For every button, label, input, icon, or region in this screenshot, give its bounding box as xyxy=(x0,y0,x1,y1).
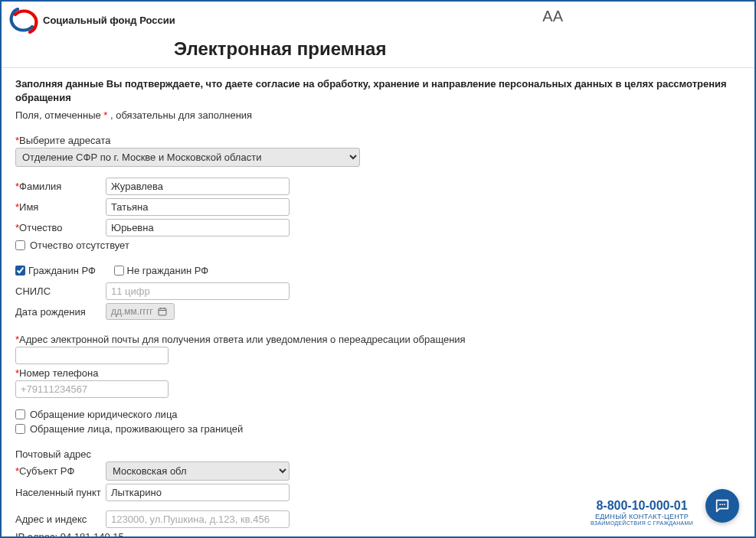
no-patronymic-label: Отчество отсутствует xyxy=(30,240,129,251)
logo: Социальный фонд России xyxy=(9,8,175,34)
contact-center: 8-800-10-000-01 ЕДИНЫЙ КОНТАКТ-ЦЕНТР ВЗА… xyxy=(591,499,693,526)
surname-input[interactable] xyxy=(106,178,290,195)
patronymic-label: *Отчество xyxy=(15,222,100,233)
form: Заполняя данные Вы подтверждаете, что да… xyxy=(2,77,754,538)
chat-icon xyxy=(714,497,731,514)
subject-label-text: Субъект РФ xyxy=(19,465,74,477)
subject-select[interactable]: Московская обл xyxy=(106,461,290,481)
required-note: Поля, отмеченные * , обязательны для зап… xyxy=(15,109,741,121)
snils-label: СНИЛС xyxy=(15,285,100,297)
phone-label: *Номер телефона xyxy=(15,367,741,379)
dob-label: Дата рождения xyxy=(15,306,100,318)
svg-point-6 xyxy=(724,504,725,505)
svg-point-4 xyxy=(719,504,721,505)
addressee-label: *Выберите адресата xyxy=(15,135,741,146)
email-label: *Адрес электронной почты для получения о… xyxy=(15,334,741,345)
no-patronymic-checkbox[interactable] xyxy=(15,240,25,250)
citizen-rf-label: Гражданин РФ xyxy=(28,265,96,276)
patronymic-input[interactable] xyxy=(106,219,290,236)
org-name: Социальный фонд России xyxy=(43,15,175,27)
firstname-input[interactable] xyxy=(106,198,290,216)
address-label: Адрес и индекс xyxy=(15,514,115,525)
legal-entity-checkbox[interactable] xyxy=(15,409,25,419)
snils-input[interactable] xyxy=(106,282,290,300)
contact-line2: ВЗАИМОДЕЙСТВИЯ С ГРАЖДАНАМИ xyxy=(591,520,693,526)
sfr-logo-icon xyxy=(9,8,38,34)
email-input[interactable] xyxy=(15,347,169,364)
divider xyxy=(2,67,754,68)
foreign-resident-checkbox[interactable] xyxy=(15,424,25,434)
city-label: Населенный пункт xyxy=(15,487,115,498)
calendar-icon xyxy=(158,307,167,316)
dob-placeholder: дд.мм.гггг xyxy=(111,306,153,317)
surname-label-text: Фамилия xyxy=(19,181,61,192)
citizen-nonrf-wrap[interactable]: Не гражданин РФ xyxy=(114,265,209,276)
addressee-select[interactable]: Отделение СФР по г. Москве и Московской … xyxy=(15,148,360,167)
dob-input[interactable]: дд.мм.гггг xyxy=(106,303,175,320)
citizen-nonrf-checkbox[interactable] xyxy=(114,266,124,276)
legal-entity-label: Обращение юридического лица xyxy=(30,409,178,420)
contact-line1: ЕДИНЫЙ КОНТАКТ-ЦЕНТР xyxy=(591,513,693,520)
required-suffix: , обязательны для заполнения xyxy=(107,109,252,121)
contact-phone: 8-800-10-000-01 xyxy=(591,499,693,513)
ip-label: IP адрес: xyxy=(15,531,61,538)
citizen-rf-wrap[interactable]: Гражданин РФ xyxy=(15,265,96,276)
chat-button[interactable] xyxy=(705,489,739,523)
required-prefix: Поля, отмеченные xyxy=(15,109,103,121)
addressee-label-text: Выберите адресата xyxy=(19,135,110,146)
subject-label: *Субъект РФ xyxy=(15,465,100,477)
phone-label-text: Номер телефона xyxy=(19,367,98,379)
postal-heading: Почтовый адрес xyxy=(15,448,741,460)
consent-text: Заполняя данные Вы подтверждаете, что да… xyxy=(15,77,741,105)
page-root: Социальный фонд России AA Электронная пр… xyxy=(0,0,756,538)
svg-rect-0 xyxy=(159,308,166,315)
page-title: Электронная приемная xyxy=(174,38,754,60)
ip-line: IP адрес: 94.181.140.15 xyxy=(15,531,741,538)
foreign-resident-label: Обращение лица, проживающего за границей xyxy=(30,423,243,435)
ip-value: 94.181.140.15 xyxy=(61,531,124,538)
surname-label: *Фамилия xyxy=(15,181,100,192)
citizen-rf-checkbox[interactable] xyxy=(15,266,25,276)
firstname-label: *Имя xyxy=(15,201,100,213)
svg-point-5 xyxy=(722,504,723,505)
phone-input[interactable] xyxy=(15,380,169,398)
header: Социальный фонд России AA xyxy=(2,2,754,35)
firstname-label-text: Имя xyxy=(19,201,38,213)
accessibility-toggle[interactable]: AA xyxy=(542,8,563,25)
city-input[interactable] xyxy=(106,484,290,501)
address-input[interactable] xyxy=(106,510,290,528)
patronymic-label-text: Отчество xyxy=(19,222,63,233)
citizen-nonrf-label: Не гражданин РФ xyxy=(127,265,209,276)
email-label-text: Адрес электронной почты для получения от… xyxy=(19,334,466,345)
